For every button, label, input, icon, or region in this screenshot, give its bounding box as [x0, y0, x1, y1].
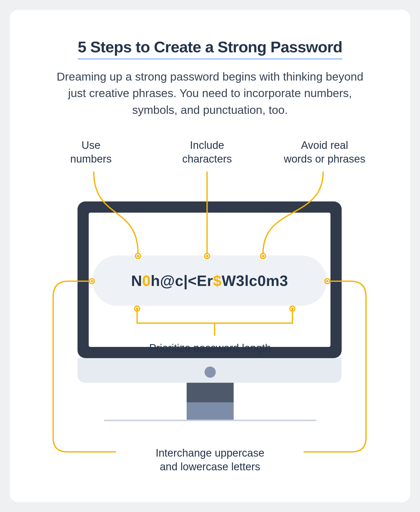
monitor-neck-shadow [187, 402, 234, 420]
callout-password-length: Prioritize password length [10, 341, 410, 355]
callout-line: numbers [70, 153, 112, 165]
callout-line: words or phrases [284, 153, 365, 165]
monitor-neck [187, 383, 234, 402]
pw-seg: N [131, 272, 142, 289]
subtitle: Dreaming up a strong password begins wit… [46, 69, 374, 118]
pw-highlight-digit: 0 [142, 272, 151, 289]
callout-line: Include [190, 139, 224, 151]
page-title: 5 Steps to Create a Strong Password [78, 38, 342, 60]
infographic-card: 5 Steps to Create a Strong Password Drea… [10, 10, 410, 502]
callout-letter-case: Interchange uppercase and lowercase lett… [10, 446, 410, 474]
heading-wrap: 5 Steps to Create a Strong Password [10, 38, 410, 60]
callout-line: Use [81, 139, 100, 151]
callout-line: Avoid real [301, 139, 348, 151]
password-example: N0h@c|<Er$W3lc0m3 [131, 272, 288, 289]
pw-seg: h@c|<Er [151, 272, 213, 289]
pw-highlight-symbol: $ [213, 272, 222, 289]
callout-line: characters [182, 153, 232, 165]
callout-avoid-words: Avoid real words or phrases [278, 138, 371, 166]
pw-seg: W3lc0m3 [222, 272, 288, 289]
monitor-webcam-icon [205, 367, 216, 378]
callout-use-numbers: Use numbers [55, 138, 127, 166]
monitor-illustration [10, 201, 410, 439]
password-bubble: N0h@c|<Er$W3lc0m3 [92, 255, 327, 306]
callout-line: Interchange uppercase [156, 447, 264, 459]
callout-line: and lowercase letters [160, 461, 260, 473]
page: 5 Steps to Create a Strong Password Drea… [0, 0, 420, 512]
callout-include-characters: Include characters [162, 138, 252, 166]
monitor-base-line [104, 420, 316, 421]
